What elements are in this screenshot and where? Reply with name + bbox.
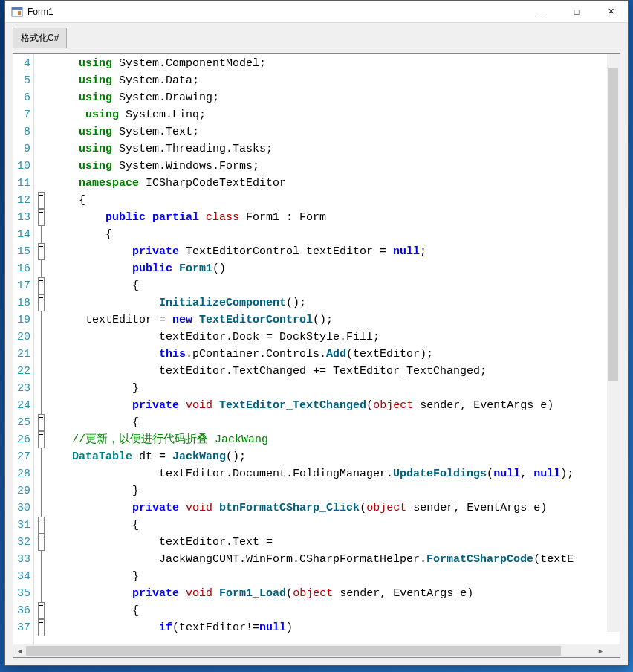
line-number: 6 xyxy=(13,89,33,106)
minimize-button[interactable]: — xyxy=(525,1,559,23)
line-number: 18 xyxy=(13,294,33,311)
fold-cell[interactable] xyxy=(34,243,48,260)
fold-guide xyxy=(41,500,42,517)
fold-cell xyxy=(34,175,48,192)
fold-cell xyxy=(34,55,48,72)
line-number: 17 xyxy=(13,277,33,294)
fold-cell xyxy=(34,106,48,123)
fold-cell[interactable] xyxy=(34,619,48,636)
fold-toggle-icon[interactable] xyxy=(38,602,45,619)
line-number: 32 xyxy=(13,534,33,551)
fold-cell[interactable] xyxy=(34,209,48,226)
horizontal-scrollbar-thumb[interactable] xyxy=(26,646,561,656)
app-window: Form1 — □ ✕ 格式化C# 4567891011121314151617… xyxy=(4,0,629,666)
fold-cell[interactable] xyxy=(34,294,48,311)
fold-cell xyxy=(34,226,48,243)
fold-toggle-icon[interactable] xyxy=(38,277,45,294)
line-number: 26 xyxy=(13,431,33,448)
vertical-scrollbar[interactable] xyxy=(607,54,620,632)
fold-guide xyxy=(41,329,42,346)
fold-toggle-icon[interactable] xyxy=(38,209,45,226)
line-number: 21 xyxy=(13,346,33,363)
line-number: 19 xyxy=(13,311,33,329)
fold-cell xyxy=(34,346,48,363)
app-icon xyxy=(11,6,23,18)
fold-cell xyxy=(34,585,48,602)
line-number: 33 xyxy=(13,551,33,568)
fold-cell[interactable] xyxy=(34,277,48,294)
line-number: 34 xyxy=(13,568,33,585)
fold-guide xyxy=(41,448,42,465)
fold-guide xyxy=(41,346,42,363)
fold-cell xyxy=(34,363,48,380)
fold-guide xyxy=(41,585,42,602)
fold-cell xyxy=(34,448,48,465)
fold-cell[interactable] xyxy=(34,414,48,431)
fold-toggle-icon[interactable] xyxy=(38,414,45,431)
line-number: 35 xyxy=(13,585,33,602)
horizontal-scrollbar[interactable]: ◄ ► xyxy=(13,644,620,657)
line-number: 13 xyxy=(13,209,33,226)
fold-cell[interactable] xyxy=(34,192,48,209)
line-number: 28 xyxy=(13,465,33,482)
editor-body: 4567891011121314151617181920212223242526… xyxy=(13,54,620,644)
fold-guide xyxy=(41,397,42,414)
fold-cell[interactable] xyxy=(34,517,48,534)
fold-cell xyxy=(34,500,48,517)
maximize-button[interactable]: □ xyxy=(559,1,594,23)
line-number: 7 xyxy=(13,106,33,123)
fold-toggle-icon[interactable] xyxy=(38,294,45,311)
fold-toggle-icon[interactable] xyxy=(38,517,45,534)
fold-cell xyxy=(34,260,48,277)
code-area[interactable]: using System.ComponentModel; using Syste… xyxy=(48,54,620,644)
line-number: 8 xyxy=(13,123,33,140)
line-number: 31 xyxy=(13,517,33,534)
line-number: 9 xyxy=(13,140,33,158)
scroll-right-arrow[interactable]: ► xyxy=(594,644,607,657)
fold-guide xyxy=(41,226,42,243)
line-number: 16 xyxy=(13,260,33,277)
fold-cell xyxy=(34,89,48,106)
fold-guide xyxy=(41,551,42,568)
close-button[interactable]: ✕ xyxy=(594,1,628,23)
svg-rect-2 xyxy=(18,11,21,15)
fold-cell xyxy=(34,158,48,175)
fold-cell xyxy=(34,482,48,500)
fold-cell xyxy=(34,551,48,568)
fold-cell xyxy=(34,329,48,346)
line-number: 25 xyxy=(13,414,33,431)
fold-guide xyxy=(41,363,42,380)
fold-toggle-icon[interactable] xyxy=(38,243,45,260)
line-number: 37 xyxy=(13,619,33,636)
fold-guide xyxy=(41,260,42,277)
fold-cell xyxy=(34,465,48,482)
fold-cell xyxy=(34,140,48,158)
fold-toggle-icon[interactable] xyxy=(38,619,45,636)
fold-guide xyxy=(41,465,42,482)
fold-cell xyxy=(34,72,48,89)
fold-toggle-icon[interactable] xyxy=(38,431,45,448)
line-number: 4 xyxy=(13,55,33,72)
vertical-scrollbar-thumb[interactable] xyxy=(608,68,618,381)
fold-toggle-icon[interactable] xyxy=(38,534,45,551)
fold-cell[interactable] xyxy=(34,602,48,619)
toolbar: 格式化C# xyxy=(5,23,628,53)
format-csharp-button[interactable]: 格式化C# xyxy=(13,28,67,48)
line-number-gutter: 4567891011121314151617181920212223242526… xyxy=(13,54,34,644)
fold-cell[interactable] xyxy=(34,431,48,448)
fold-guide xyxy=(41,311,42,329)
line-number: 11 xyxy=(13,175,33,192)
line-number: 36 xyxy=(13,602,33,619)
fold-cell xyxy=(34,568,48,585)
line-number: 5 xyxy=(13,72,33,89)
line-number: 12 xyxy=(13,192,33,209)
editor-container: 4567891011121314151617181920212223242526… xyxy=(13,53,620,658)
line-number: 20 xyxy=(13,329,33,346)
fold-toggle-icon[interactable] xyxy=(38,192,45,209)
fold-cell[interactable] xyxy=(34,534,48,551)
fold-column xyxy=(34,54,48,644)
scroll-left-arrow[interactable]: ◄ xyxy=(13,644,26,657)
line-number: 22 xyxy=(13,363,33,380)
titlebar: Form1 — □ ✕ xyxy=(5,1,628,23)
line-number: 23 xyxy=(13,380,33,397)
